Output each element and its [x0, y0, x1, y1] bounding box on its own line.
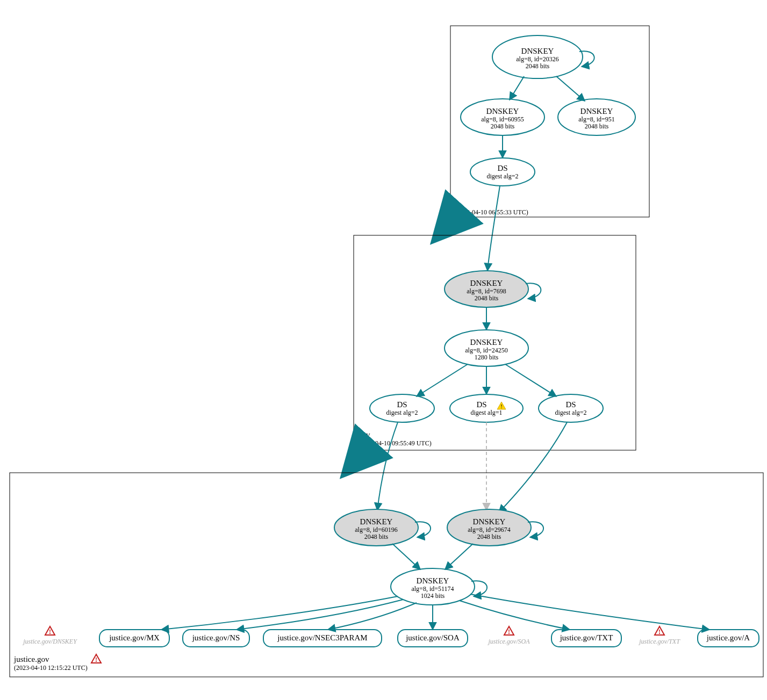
svg-text:DS: DS — [476, 400, 486, 409]
node-root-ksk: DNSKEY alg=8, id=20326 2048 bits — [492, 35, 583, 78]
svg-text:2048 bits: 2048 bits — [491, 122, 515, 130]
node-root-zsk2: DNSKEY alg=8, id=951 2048 bits — [558, 99, 635, 135]
svg-text:!: ! — [500, 403, 503, 409]
svg-text:justice.gov/DNSKEY: justice.gov/DNSKEY — [22, 638, 77, 645]
node-gov-ds1: DS digest alg=2 — [370, 394, 434, 422]
edge-root-ksk-zsk2 — [556, 76, 585, 101]
svg-text:alg=8, id=51174: alg=8, id=51174 — [411, 585, 454, 593]
error-icon: ! — [91, 654, 101, 663]
edge-root-to-gov-zone — [447, 215, 457, 226]
edge-ds3-jksk2 — [499, 422, 567, 513]
svg-text:justice.gov/MX: justice.gov/MX — [109, 633, 160, 642]
svg-text:justice.gov/TXT: justice.gov/TXT — [638, 638, 680, 645]
svg-text:DNSKEY: DNSKEY — [470, 279, 503, 287]
edge-gov-zsk-ds3 — [505, 364, 556, 396]
warning-soa: ! justice.gov/SOA — [488, 626, 531, 645]
svg-text:alg=8, id=951: alg=8, id=951 — [578, 116, 615, 123]
zone-root-timestamp: (2023-04-10 06:55:33 UTC) — [455, 208, 528, 216]
svg-text:DNSKEY: DNSKEY — [360, 517, 393, 526]
warning-dnskey: ! justice.gov/DNSKEY — [22, 626, 77, 645]
rrset-soa: justice.gov/SOA — [398, 630, 468, 647]
rrset-txt: justice.gov/TXT — [551, 630, 621, 647]
svg-text:justice.gov/SOA: justice.gov/SOA — [405, 633, 460, 642]
svg-text:2048 bits: 2048 bits — [475, 294, 499, 302]
edge-jzsk-mx — [161, 596, 398, 630]
rrset-nsec3param: justice.gov/NSEC3PARAM — [263, 630, 382, 647]
svg-text:2048 bits: 2048 bits — [477, 533, 501, 540]
svg-text:alg=8, id=60955: alg=8, id=60955 — [481, 116, 524, 123]
edge-jzsk-a — [470, 594, 709, 630]
rrset-a: justice.gov/A — [698, 630, 759, 647]
svg-text:DNSKEY: DNSKEY — [473, 517, 506, 526]
svg-text:digest alg=2: digest alg=2 — [555, 409, 586, 416]
node-justice-ksk1: DNSKEY alg=8, id=60196 2048 bits — [334, 509, 418, 546]
error-icon: ! — [45, 626, 55, 636]
svg-text:justice.gov/SOA: justice.gov/SOA — [488, 638, 531, 645]
svg-text:DNSKEY: DNSKEY — [486, 107, 519, 116]
zone-gov: gov (2023-04-10 09:55:49 UTC) DNSKEY alg… — [354, 235, 636, 450]
svg-text:!: ! — [95, 656, 97, 663]
svg-text:DNSKEY: DNSKEY — [417, 576, 449, 585]
zone-justice-timestamp: (2023-04-10 12:15:22 UTC) — [14, 664, 88, 672]
svg-text:1280 bits: 1280 bits — [475, 353, 499, 361]
node-gov-ksk: DNSKEY alg=8, id=7698 2048 bits — [445, 271, 528, 307]
node-gov-ds3: DS digest alg=2 — [539, 394, 603, 422]
edge-jksk2-jzsk — [445, 544, 473, 569]
svg-text:DS: DS — [497, 164, 507, 172]
svg-text:alg=8, id=29674: alg=8, id=29674 — [468, 526, 511, 533]
svg-text:justice.gov/NSEC3PARAM: justice.gov/NSEC3PARAM — [277, 633, 367, 642]
svg-text:digest alg=2: digest alg=2 — [486, 172, 518, 180]
svg-text:2048 bits: 2048 bits — [585, 122, 609, 130]
svg-text:justice.gov/NS: justice.gov/NS — [192, 633, 240, 642]
node-gov-zsk: DNSKEY alg=8, id=24250 1280 bits — [445, 330, 528, 366]
rrset-mx: justice.gov/MX — [99, 630, 169, 647]
svg-text:!: ! — [508, 628, 510, 636]
zone-gov-label: gov — [358, 430, 370, 439]
zone-justice: justice.gov (2023-04-10 12:15:22 UTC) ! … — [10, 473, 763, 677]
zone-root-label: . — [455, 200, 457, 208]
svg-text:DS: DS — [397, 400, 407, 409]
node-gov-ds2: DS digest alg=1 ! — [450, 394, 523, 422]
zone-justice-label: justice.gov — [13, 655, 49, 663]
node-root-ds: DS digest alg=2 — [470, 158, 535, 186]
rrset-ns: justice.gov/NS — [183, 630, 249, 647]
svg-text:DNSKEY: DNSKEY — [470, 338, 503, 347]
edge-root-ds-gov-ksk — [488, 186, 500, 271]
svg-text:!: ! — [658, 628, 661, 636]
error-icon: ! — [504, 626, 514, 636]
edge-gov-zsk-ds1 — [417, 364, 468, 396]
error-icon: ! — [655, 626, 664, 636]
edge-gov-to-justice-zone — [357, 449, 367, 460]
node-justice-zsk: DNSKEY alg=8, id=51174 1024 bits — [391, 568, 475, 605]
svg-text:!: ! — [49, 628, 51, 636]
edge-jksk1-jzsk — [392, 544, 420, 569]
svg-text:DNSKEY: DNSKEY — [580, 107, 613, 116]
edge-jzsk-ns — [236, 600, 403, 630]
edge-ds1-jksk1 — [377, 422, 398, 510]
svg-text:2048 bits: 2048 bits — [364, 533, 389, 540]
zone-gov-timestamp: (2023-04-10 09:55:49 UTC) — [358, 439, 432, 447]
edge-root-ksk-zsk1 — [510, 76, 524, 100]
zone-root: . (2023-04-10 06:55:33 UTC) DNSKEY alg=8… — [450, 26, 649, 217]
svg-text:alg=8, id=60196: alg=8, id=60196 — [355, 526, 398, 533]
svg-text:justice.gov/TXT: justice.gov/TXT — [560, 633, 613, 642]
svg-text:DS: DS — [565, 400, 576, 409]
svg-text:digest alg=1: digest alg=1 — [470, 409, 502, 416]
node-justice-ksk2: DNSKEY alg=8, id=29674 2048 bits — [447, 509, 531, 546]
svg-text:1024 bits: 1024 bits — [421, 592, 445, 600]
svg-text:alg=8, id=20326: alg=8, id=20326 — [516, 55, 559, 63]
warning-txt: ! justice.gov/TXT — [638, 626, 680, 645]
svg-text:justice.gov/A: justice.gov/A — [706, 633, 750, 642]
node-root-zsk1: DNSKEY alg=8, id=60955 2048 bits — [461, 99, 544, 135]
svg-text:alg=8, id=24250: alg=8, id=24250 — [465, 347, 508, 354]
svg-text:DNSKEY: DNSKEY — [521, 47, 554, 55]
svg-text:2048 bits: 2048 bits — [526, 62, 550, 70]
svg-text:digest alg=2: digest alg=2 — [386, 409, 418, 416]
svg-text:alg=8, id=7698: alg=8, id=7698 — [467, 287, 506, 295]
edge-jzsk-txt — [460, 601, 570, 630]
